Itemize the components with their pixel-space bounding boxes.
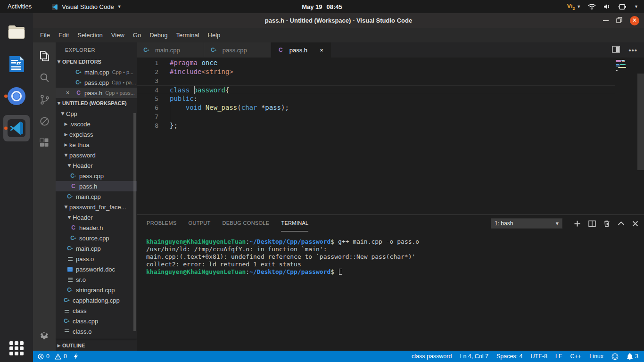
minimize-button[interactable]: [603, 20, 609, 21]
file-detail: Cpp • pass...: [105, 90, 135, 96]
editor-scrollbar[interactable]: [637, 58, 644, 214]
window-titlebar[interactable]: pass.h - Untitled (Workspace) - Visual S…: [33, 13, 644, 28]
panel-tab-problems[interactable]: PROBLEMS: [147, 215, 177, 231]
open-editor-item[interactable]: C+pass.cppCpp • pa...: [56, 77, 137, 88]
maximize-panel-icon[interactable]: [618, 221, 625, 226]
tree-file-class-o[interactable]: class.o: [56, 326, 137, 337]
restore-button[interactable]: [616, 16, 622, 25]
tree-folder--vscode[interactable]: ▶.vscode: [56, 119, 137, 129]
menu-file[interactable]: File: [36, 28, 54, 42]
terminal[interactable]: khainguyen@KhaiNguyenLeTuan:~/Desktop/Cp…: [146, 238, 635, 276]
more-actions-icon[interactable]: •••: [628, 46, 637, 54]
settings-gear-icon[interactable]: [33, 325, 56, 347]
tree-file-main-cpp[interactable]: C+main.cpp: [56, 243, 137, 254]
tree-folder-header[interactable]: ▼Header: [56, 160, 137, 171]
outline-section-header[interactable]: ▶ OUTLINE: [56, 340, 137, 351]
language-indicator[interactable]: C++: [570, 353, 582, 360]
wifi-icon[interactable]: [588, 3, 596, 10]
tree-folder-ke-thua[interactable]: ▶ke thua: [56, 140, 137, 150]
source-control-icon[interactable]: [33, 89, 56, 110]
tree-file-pass-h[interactable]: Cpass.h: [56, 181, 137, 191]
os-indicator[interactable]: Linux: [589, 353, 603, 360]
tree-folder-cpp[interactable]: ▼Cpp: [56, 108, 137, 119]
open-editor-item[interactable]: ×Cpass.hCpp • pass...: [56, 88, 137, 98]
code-editor[interactable]: 1#pragma once2#include<string>34class pa…: [137, 58, 644, 214]
panel-tab-output[interactable]: OUTPUT: [189, 215, 211, 231]
focused-app-menu[interactable]: Visual Studio Code ▼: [51, 3, 121, 10]
tree-file-capphatdong-cpp[interactable]: C+capphatdong.cpp: [56, 295, 137, 305]
sidebar-scrollbar[interactable]: [133, 113, 136, 331]
battery-icon[interactable]: [618, 4, 627, 10]
dock-libreoffice-writer[interactable]: [3, 51, 30, 77]
panel-tab-debug-console[interactable]: DEBUG CONSOLE: [223, 215, 270, 231]
cpp-file-icon: C+: [66, 193, 74, 200]
encoding-indicator[interactable]: UTF-8: [531, 353, 547, 360]
tree-file-pass-o[interactable]: pass.o: [56, 254, 137, 264]
tree-file-main-cpp[interactable]: C+main.cpp: [56, 191, 137, 202]
close-icon[interactable]: ×: [318, 47, 325, 54]
input-method-indicator[interactable]: Vi2 ▼: [567, 2, 581, 11]
clock-time: 08:45: [327, 3, 342, 10]
tree-folder-expclass[interactable]: ▶expclass: [56, 129, 137, 140]
activities-button[interactable]: Activities: [0, 0, 39, 13]
file-name: main.cpp: [84, 69, 109, 76]
split-terminal-icon[interactable]: [588, 220, 596, 227]
menu-go[interactable]: Go: [129, 28, 145, 42]
panel-tab-terminal[interactable]: TERMINAL: [281, 215, 308, 231]
menu-view[interactable]: View: [107, 28, 129, 42]
terminal-select[interactable]: 1: bash▼: [491, 218, 562, 229]
close-icon[interactable]: ×: [66, 90, 74, 96]
feedback-lightning[interactable]: [74, 353, 78, 360]
workspace-header[interactable]: ▼ UNTITLED (WORKSPACE): [56, 98, 137, 108]
cpp-file-icon: C+: [63, 318, 71, 324]
code-line: 2#include<string>: [137, 67, 615, 76]
tree-folder-password-for-face-[interactable]: ▼password_for_face...: [56, 202, 137, 212]
eol-indicator[interactable]: LF: [555, 353, 562, 360]
feedback-smiley-icon[interactable]: [611, 353, 619, 360]
minimap[interactable]: [615, 58, 636, 115]
tree-file-pass-cpp[interactable]: C+pass.cpp: [56, 171, 137, 181]
search-icon[interactable]: [33, 67, 56, 89]
dock-vscode[interactable]: [3, 115, 30, 141]
debug-icon[interactable]: [33, 110, 56, 132]
tree-file-class-cpp[interactable]: C+class.cpp: [56, 316, 137, 326]
dock-chromium[interactable]: [3, 83, 30, 109]
tree-file-source-cpp[interactable]: C+source.cpp: [56, 233, 137, 243]
status-bar: 0 0 class password Ln 4, Col 7 Spaces: 4…: [33, 351, 644, 362]
explorer-icon[interactable]: [33, 45, 56, 67]
notifications-bell[interactable]: 3: [627, 353, 638, 360]
volume-icon[interactable]: [603, 3, 611, 10]
new-terminal-icon[interactable]: [574, 220, 581, 227]
tab-pass-cpp[interactable]: C+pass.cpp: [204, 42, 271, 58]
tree-file-header-h[interactable]: Cheader.h: [56, 222, 137, 233]
menu-edit[interactable]: Edit: [54, 28, 73, 42]
tree-folder-header[interactable]: ▼Header: [56, 212, 137, 222]
show-applications-button[interactable]: [9, 341, 24, 355]
tree-folder-password[interactable]: ▼password: [56, 150, 137, 160]
problems-indicator[interactable]: 0 0: [38, 353, 67, 360]
dock-files[interactable]: [3, 19, 30, 45]
close-panel-icon[interactable]: [632, 221, 638, 227]
open-editor-item[interactable]: C+main.cppCpp • p...: [56, 67, 137, 77]
cursor-position[interactable]: Ln 4, Col 7: [460, 353, 488, 360]
menu-selection[interactable]: Selection: [73, 28, 107, 42]
kill-terminal-trash-icon[interactable]: [603, 220, 610, 227]
file-detail: Cpp • pa...: [112, 80, 136, 85]
split-editor-icon[interactable]: [612, 45, 620, 55]
tree-file-passworld-doc[interactable]: passworld.doc: [56, 264, 137, 274]
tree-file-stringrand-cpp[interactable]: C+stringrand.cpp: [56, 285, 137, 295]
menu-help[interactable]: Help: [204, 28, 225, 42]
system-menu-caret-icon[interactable]: ▼: [634, 4, 638, 9]
clock[interactable]: May 19 08:45: [302, 3, 342, 10]
extensions-icon[interactable]: [33, 132, 56, 154]
symbol-indicator[interactable]: class password: [412, 353, 452, 360]
tab-pass-h[interactable]: Cpass.h×: [271, 42, 331, 58]
menu-terminal[interactable]: Terminal: [172, 28, 203, 42]
tree-file-class[interactable]: class: [56, 305, 137, 316]
tab-main-cpp[interactable]: C+main.cpp: [137, 42, 204, 58]
open-editors-header[interactable]: ▼ OPEN EDITORS: [56, 57, 137, 67]
tree-file-sr-o[interactable]: sr.o: [56, 274, 137, 285]
menu-debug[interactable]: Debug: [145, 28, 172, 42]
indentation-indicator[interactable]: Spaces: 4: [496, 353, 523, 360]
close-button[interactable]: ✕: [630, 16, 639, 25]
